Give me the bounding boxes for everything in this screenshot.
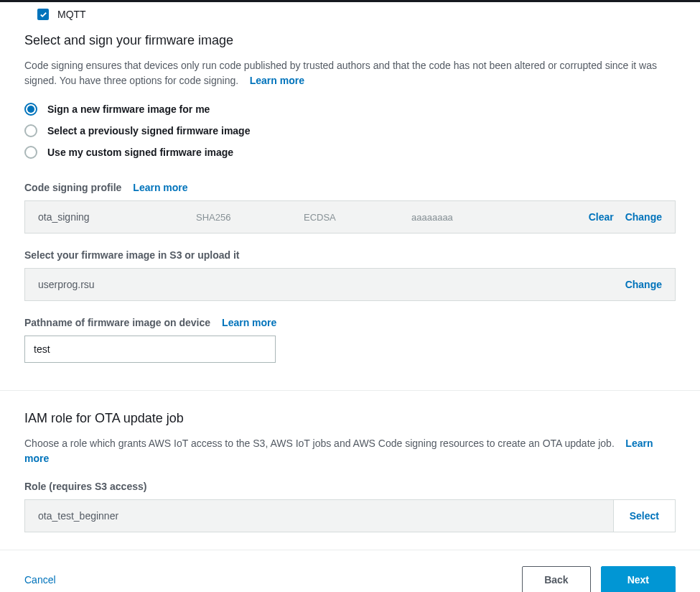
iam-role-box: ota_test_beginner Select: [24, 499, 676, 532]
iam-role-label-row: Role (requires S3 access): [24, 481, 676, 492]
pathname-label-row: Pathname of firmware image on device Lea…: [24, 317, 676, 328]
radio-icon: [24, 124, 37, 137]
signing-profile-box: ota_signing SHA256 ECDSA aaaaaaaa Clear …: [24, 200, 676, 233]
radio-previously-signed[interactable]: Select a previously signed firmware imag…: [24, 124, 676, 137]
s3-image-change-button[interactable]: Change: [625, 279, 662, 290]
iam-role-description: Choose a role which grants AWS IoT acces…: [24, 436, 676, 466]
radio-label-previously-signed: Select a previously signed firmware imag…: [47, 125, 250, 137]
iam-role-select-button[interactable]: Select: [614, 499, 676, 532]
radio-icon: [24, 103, 37, 116]
check-icon: [39, 11, 47, 19]
iam-role-label: Role (requires S3 access): [24, 481, 146, 492]
mqtt-label: MQTT: [57, 9, 86, 20]
signing-profile-extra: aaaaaaaa: [411, 212, 519, 223]
signing-profile-name: ota_signing: [38, 211, 196, 223]
s3-image-value: userprog.rsu: [38, 279, 95, 290]
s3-image-label-row: Select your firmware image in S3 or uplo…: [24, 249, 676, 261]
pathname-learn-more-link[interactable]: Learn more: [222, 317, 276, 328]
signing-profile-hash: SHA256: [196, 212, 304, 223]
back-button[interactable]: Back: [522, 566, 590, 592]
firmware-description: Code signing ensures that devices only r…: [24, 58, 676, 88]
signing-profile-clear-button[interactable]: Clear: [589, 211, 614, 223]
footer: Cancel Back Next: [0, 550, 700, 592]
pathname-label: Pathname of firmware image on device: [24, 317, 210, 328]
signing-profile-label: Code signing profile: [24, 182, 121, 193]
radio-sign-new[interactable]: Sign a new firmware image for me: [24, 103, 676, 116]
firmware-section: Select and sign your firmware image Code…: [0, 33, 700, 390]
iam-role-desc-text: Choose a role which grants AWS IoT acces…: [24, 438, 615, 449]
firmware-learn-more-link[interactable]: Learn more: [250, 75, 304, 86]
radio-icon: [24, 146, 37, 159]
mqtt-checkbox[interactable]: [37, 9, 49, 20]
signing-profile-learn-more-link[interactable]: Learn more: [133, 182, 187, 193]
radio-custom-signed[interactable]: Use my custom signed firmware image: [24, 146, 676, 159]
pathname-input[interactable]: [24, 336, 276, 363]
radio-label-custom-signed: Use my custom signed firmware image: [47, 147, 233, 158]
s3-image-box: userprog.rsu Change: [24, 268, 676, 301]
cancel-button[interactable]: Cancel: [24, 574, 56, 586]
iam-role-section: IAM role for OTA update job Choose a rol…: [0, 391, 700, 550]
signing-profile-change-button[interactable]: Change: [625, 211, 662, 223]
iam-role-value: ota_test_beginner: [24, 499, 614, 532]
signing-profile-label-row: Code signing profile Learn more: [24, 182, 676, 193]
s3-image-label: Select your firmware image in S3 or uplo…: [24, 249, 240, 261]
iam-role-heading: IAM role for OTA update job: [24, 411, 676, 426]
radio-label-sign-new: Sign a new firmware image for me: [47, 103, 210, 115]
signing-profile-algo: ECDSA: [304, 212, 411, 223]
mqtt-checkbox-row: MQTT: [0, 2, 700, 33]
next-button[interactable]: Next: [601, 566, 676, 592]
firmware-desc-text: Code signing ensures that devices only r…: [24, 60, 657, 86]
firmware-heading: Select and sign your firmware image: [24, 33, 676, 48]
signing-profile-actions: Clear Change: [589, 211, 662, 223]
signing-radio-group: Sign a new firmware image for me Select …: [24, 103, 676, 159]
